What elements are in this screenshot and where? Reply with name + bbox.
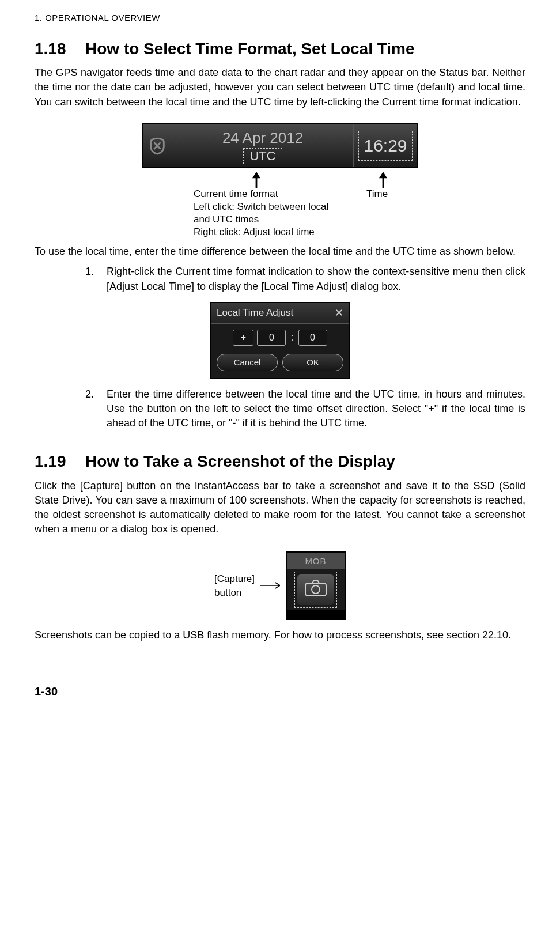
- capture-button-highlight: [294, 572, 337, 608]
- camera-icon: [304, 579, 327, 597]
- statusbar-figure: 24 Apr 2012 UTC 16:29 Current time forma…: [142, 123, 418, 239]
- arrow-right-icon: [260, 579, 280, 593]
- time-format-indicator[interactable]: UTC: [243, 148, 282, 164]
- instantaccess-bar: MOB: [286, 551, 346, 620]
- section-number: 1.18: [35, 37, 71, 60]
- section-title: How to Select Time Format, Set Local Tim…: [85, 37, 415, 60]
- section-1-18-heading: 1.18 How to Select Time Format, Set Loca…: [35, 37, 525, 60]
- section-1-19-intro: Click the [Capture] button on the Instan…: [35, 479, 525, 537]
- section-1-18-intro: The GPS navigator feeds time and date da…: [35, 66, 525, 109]
- mob-button[interactable]: MOB: [287, 553, 345, 569]
- crest-icon: [143, 124, 172, 167]
- cancel-button[interactable]: Cancel: [217, 354, 278, 371]
- section-number: 1.19: [35, 450, 71, 472]
- ok-button[interactable]: OK: [282, 354, 343, 371]
- page-number: 1-30: [35, 683, 525, 700]
- arrow-icon: [251, 172, 262, 188]
- section-1-18-para2: To use the local time, enter the time di…: [35, 244, 525, 259]
- clock-time[interactable]: 16:29: [358, 131, 412, 161]
- capture-button[interactable]: [297, 574, 334, 605]
- step-text: Enter the time difference between the lo…: [107, 387, 525, 431]
- close-icon[interactable]: ✕: [335, 306, 343, 320]
- time-column: 16:29: [354, 124, 417, 167]
- colon-separator: :: [289, 330, 294, 345]
- local-time-adjust-dialog: Local Time Adjust ✕ + 0 : 0 Cancel OK: [210, 302, 350, 379]
- section-title: How to Take a Screenshot of the Display: [85, 450, 395, 472]
- chapter-header: 1. OPERATIONAL OVERVIEW: [35, 12, 525, 24]
- section-1-19-heading: 1.19 How to Take a Screenshot of the Dis…: [35, 450, 525, 472]
- svg-point-1: [312, 585, 320, 594]
- step-number: 2.: [85, 387, 98, 431]
- capture-label: [Capture] button: [214, 572, 255, 600]
- date-column: 24 Apr 2012 UTC: [172, 124, 353, 167]
- offset-minutes-field[interactable]: 0: [298, 330, 327, 346]
- date-text: 24 Apr 2012: [222, 127, 303, 148]
- step-text: Right-click the Current time format indi…: [107, 264, 525, 293]
- statusbar: 24 Apr 2012 UTC 16:29: [142, 123, 418, 168]
- step-number: 1.: [85, 264, 98, 293]
- arrow-icon: [378, 172, 388, 188]
- statusbar-caption-right: Time: [366, 188, 395, 239]
- step-2: 2. Enter the time difference between the…: [85, 387, 525, 431]
- step-1: 1. Right-click the Current time format i…: [85, 264, 525, 293]
- offset-hours-field[interactable]: 0: [257, 330, 286, 346]
- capture-figure: [Capture] button MOB: [35, 551, 525, 620]
- section-1-19-outro: Screenshots can be copied to a USB flash…: [35, 628, 525, 642]
- offset-sign-button[interactable]: +: [233, 330, 253, 346]
- statusbar-caption-left: Current time format Left click: Switch b…: [194, 188, 355, 239]
- dialog-title: Local Time Adjust: [217, 306, 293, 320]
